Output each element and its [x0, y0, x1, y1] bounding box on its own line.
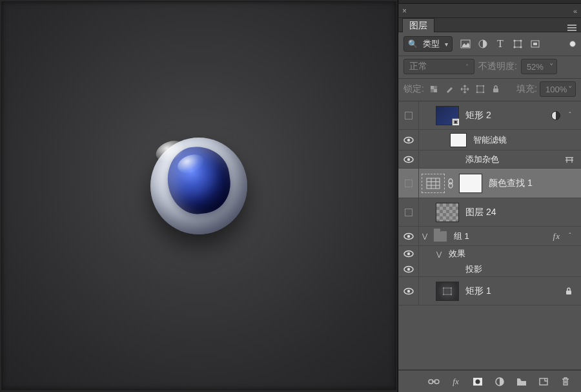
fx-icon[interactable]: fx [449, 375, 462, 388]
tab-layers[interactable]: 图层 [402, 18, 434, 32]
blend-row: 正常˅ 不透明度: 52%˅ [398, 56, 581, 79]
new-group-icon[interactable] [515, 375, 528, 388]
layer-row-dropshadow[interactable]: 投影 [398, 262, 581, 277]
layer-row-group1[interactable]: ⋁ 组 1 fx ˆ [398, 227, 581, 246]
svg-point-36 [443, 293, 444, 294]
filter-adjustment-icon[interactable] [475, 37, 491, 51]
layer-name[interactable]: 图层 24 [465, 207, 496, 218]
canvas-artwork-sphere [150, 138, 247, 234]
filter-color-chip[interactable] [569, 41, 576, 47]
lock-artboard-icon[interactable] [473, 83, 487, 96]
panel-topbar: × « [398, 4, 581, 18]
blend-mode-dropdown[interactable]: 正常˅ [403, 59, 474, 74]
svg-rect-11 [434, 89, 437, 92]
layer-row-rect2[interactable]: ▣ 矩形 2 ˆ [398, 101, 581, 130]
layer-row-smartfilters[interactable]: 智能滤镜 [398, 130, 581, 150]
link-layers-icon[interactable] [427, 375, 440, 388]
layer-name[interactable]: 矩形 2 [465, 110, 491, 121]
svg-rect-2 [515, 41, 521, 47]
close-icon[interactable]: × [401, 6, 408, 15]
visibility-toggle[interactable] [398, 227, 419, 245]
svg-point-4 [520, 40, 522, 42]
double-chevron-icon[interactable]: « [572, 7, 578, 15]
visibility-toggle[interactable] [398, 150, 419, 168]
svg-rect-33 [443, 288, 451, 294]
layer-thumb[interactable] [436, 203, 459, 222]
layer-name[interactable]: 添加杂色 [465, 154, 499, 165]
layer-thumb[interactable]: ▣ [436, 106, 459, 125]
filter-mask-thumb[interactable] [450, 133, 467, 147]
layer-row-addnoise[interactable]: 添加杂色 [398, 150, 581, 169]
filter-shape-icon[interactable] [510, 37, 525, 51]
filter-type-label: 类型 [423, 38, 440, 50]
layer-row-colorlookup[interactable]: 颜色查找 1 [398, 169, 581, 198]
lock-row: 锁定: 填充: 100%˅ [398, 79, 581, 101]
visibility-toggle[interactable] [398, 101, 419, 129]
visibility-toggle[interactable] [398, 198, 419, 226]
fill-value-dropdown[interactable]: 100%˅ [540, 81, 576, 97]
layer-row-layer24[interactable]: 图层 24 [398, 198, 581, 227]
layer-thumb[interactable] [436, 282, 459, 301]
filter-smartobject-icon[interactable] [527, 37, 543, 51]
lock-move-icon[interactable] [458, 83, 472, 96]
layer-name[interactable]: 组 1 [454, 231, 469, 242]
svg-point-5 [514, 46, 516, 48]
layers-panel: × « 图层 🔍 类型 ▾ T [398, 0, 581, 392]
lock-icon[interactable] [563, 285, 575, 297]
layer-name[interactable]: 投影 [465, 263, 482, 275]
layers-bottom-bar: fx [398, 370, 581, 392]
filter-blend-icon[interactable] [551, 111, 560, 120]
fx-badge[interactable]: fx [553, 231, 560, 242]
svg-rect-22 [427, 178, 440, 189]
layer-row-effects[interactable]: ⋁ 效果 [398, 246, 581, 262]
svg-point-30 [407, 267, 409, 270]
filter-image-icon[interactable] [458, 37, 473, 51]
fill-label: 填充: [516, 83, 537, 95]
filter-options-icon[interactable] [564, 155, 575, 164]
filter-type-dropdown[interactable]: 🔍 类型 ▾ [403, 36, 453, 52]
link-icon[interactable] [446, 178, 455, 189]
expand-icon[interactable]: ⋁ [419, 232, 431, 240]
svg-point-24 [449, 183, 453, 188]
visibility-toggle[interactable] [398, 246, 419, 262]
layers-list: ▣ 矩形 2 ˆ 智能滤镜 添加杂色 [398, 101, 581, 370]
lock-pixels-icon[interactable] [427, 83, 441, 96]
svg-rect-45 [540, 378, 547, 385]
collapse-icon[interactable]: ˆ [566, 112, 575, 119]
panel-menu-icon[interactable] [563, 24, 581, 32]
lock-all-icon[interactable] [489, 83, 503, 96]
layer-row-rect1[interactable]: 矩形 1 [398, 277, 581, 305]
visibility-toggle[interactable] [398, 277, 419, 305]
add-mask-icon[interactable] [471, 375, 484, 388]
layer-name[interactable]: 智能滤镜 [473, 134, 507, 146]
svg-point-3 [514, 40, 516, 42]
svg-rect-38 [566, 291, 571, 294]
new-layer-icon[interactable] [537, 375, 550, 388]
svg-point-32 [407, 289, 409, 292]
expand-icon[interactable]: ⋁ [433, 251, 445, 258]
svg-point-14 [483, 85, 485, 87]
layer-name[interactable]: 效果 [449, 248, 465, 260]
svg-point-26 [407, 234, 409, 237]
canvas[interactable] [2, 2, 396, 389]
layer-name[interactable]: 颜色查找 1 [489, 178, 533, 189]
svg-point-35 [451, 287, 452, 288]
svg-point-43 [476, 379, 480, 384]
layer-name[interactable]: 矩形 1 [465, 285, 491, 297]
layer-mask-dashed[interactable] [422, 174, 445, 193]
new-adjustment-icon[interactable] [493, 375, 506, 388]
opacity-label: 不透明度: [478, 61, 517, 72]
trash-icon[interactable] [559, 375, 572, 388]
layer-thumb[interactable] [459, 174, 482, 193]
svg-point-13 [476, 85, 478, 87]
svg-point-37 [451, 293, 452, 294]
visibility-toggle[interactable] [398, 130, 419, 150]
collapse-icon[interactable]: ˆ [566, 232, 575, 240]
svg-rect-17 [493, 88, 498, 92]
filter-type-icon[interactable]: T [493, 37, 508, 51]
lock-brush-icon[interactable] [442, 83, 456, 96]
visibility-toggle[interactable] [398, 169, 419, 198]
svg-rect-10 [431, 86, 434, 89]
opacity-value-dropdown[interactable]: 52%˅ [521, 59, 557, 74]
visibility-toggle[interactable] [398, 262, 419, 276]
